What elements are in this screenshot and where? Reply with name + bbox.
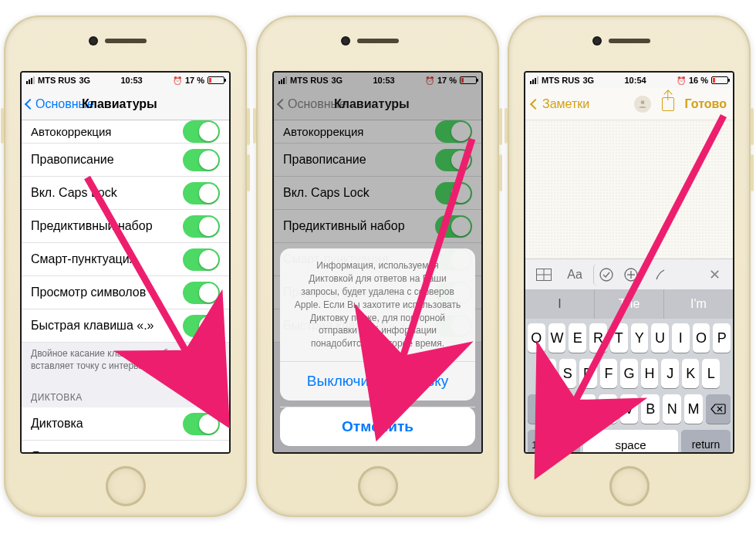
switch-predictive[interactable] — [183, 215, 220, 238]
screen-1: MTS RUS 3G 10:53 ⏰ 17 % Основные Клавиат… — [20, 71, 231, 454]
switch-smartpunct[interactable] — [183, 248, 220, 271]
pred-3[interactable]: I'm — [664, 289, 733, 319]
cell-smartpunct[interactable]: Смарт-пунктуация — [22, 243, 229, 276]
cell-predictive[interactable]: Предиктивный набор — [22, 210, 229, 243]
key-l[interactable]: L — [702, 359, 720, 388]
screen-2: MTS RUS 3G 10:53 ⏰ 17 % Основные Клавиат… — [272, 71, 483, 454]
pred-1[interactable]: I — [525, 289, 595, 319]
phone-3: MTS RUS 3G 10:54 ⏰ 16 % Заметки Готово — [508, 15, 751, 517]
stage: MTS RUS 3G 10:53 ⏰ 17 % Основные Клавиат… — [0, 0, 756, 534]
key-z[interactable]: Z — [555, 394, 574, 424]
key-b[interactable]: B — [641, 394, 660, 424]
predictive-bar: I The I'm — [525, 289, 733, 319]
key-v[interactable]: V — [620, 394, 639, 424]
done-button[interactable]: Готово — [685, 97, 727, 111]
switch-autocorrect[interactable] — [183, 120, 220, 143]
status-bar: MTS RUS 3G 10:54 ⏰ 16 % — [525, 73, 733, 88]
home-button[interactable] — [609, 466, 650, 506]
text-style-button[interactable]: Aa — [561, 264, 589, 286]
key-m[interactable]: M — [684, 394, 703, 424]
clock: 10:53 — [120, 76, 142, 85]
settings-list[interactable]: Автокоррекция Правописание Вкл. Caps Loc… — [22, 120, 229, 452]
draw-icon[interactable] — [648, 264, 676, 286]
cell-capslock[interactable]: Вкл. Caps Lock — [22, 177, 229, 210]
key-t[interactable]: T — [610, 323, 628, 353]
battery-icon — [208, 76, 224, 84]
notes-back-button[interactable]: Заметки — [532, 97, 589, 111]
action-sheet: Информация, используемая Диктовкой для о… — [280, 248, 475, 446]
space-key[interactable]: space — [583, 430, 678, 454]
cell-dictation[interactable]: Диктовка — [22, 407, 229, 441]
cell-autocorrect[interactable]: Автокоррекция — [22, 120, 229, 144]
collaborate-icon[interactable] — [634, 96, 651, 113]
nav-bar: Основные Клавиатуры — [22, 88, 229, 120]
shift-key[interactable] — [528, 394, 552, 424]
share-icon[interactable] — [662, 97, 674, 111]
return-key[interactable]: return — [681, 430, 731, 454]
key-n[interactable]: N — [663, 394, 681, 424]
key-q[interactable]: Q — [528, 323, 545, 353]
phone-1: MTS RUS 3G 10:53 ⏰ 17 % Основные Клавиат… — [4, 15, 247, 517]
network-label: 3G — [79, 76, 91, 85]
back-label: Основные — [35, 97, 94, 111]
section-dictation: ДИКТОВКА — [22, 381, 229, 407]
signal-icon — [530, 76, 538, 84]
key-c[interactable]: C — [599, 394, 617, 424]
kb-row-4: 123 space return — [528, 430, 731, 454]
switch-shortcut[interactable] — [183, 315, 220, 337]
key-j[interactable]: J — [661, 359, 679, 388]
signal-icon — [26, 76, 35, 84]
backspace-key[interactable] — [706, 394, 731, 424]
sheet-message: Информация, используемая Диктовкой для о… — [280, 248, 475, 362]
alarm-icon: ⏰ — [677, 76, 686, 85]
key-r[interactable]: R — [589, 323, 607, 353]
chevron-left-icon — [25, 98, 35, 109]
home-button[interactable] — [106, 466, 146, 506]
table-icon[interactable] — [530, 264, 558, 286]
cell-charpreview[interactable]: Просмотр символов — [22, 276, 229, 309]
key-u[interactable]: U — [651, 323, 669, 353]
cell-dictation-langs[interactable]: Языки диктовки — [22, 441, 229, 452]
switch-dictation[interactable] — [183, 413, 220, 435]
switch-capslock[interactable] — [183, 182, 220, 204]
notes-nav: Заметки Готово — [525, 88, 733, 120]
key-y[interactable]: Y — [631, 323, 649, 353]
key-i[interactable]: I — [672, 323, 690, 353]
key-k[interactable]: K — [682, 359, 700, 388]
numbers-key[interactable]: 123 — [528, 430, 552, 454]
key-o[interactable]: O — [693, 323, 710, 353]
globe-key[interactable] — [555, 430, 580, 454]
key-a[interactable]: A — [538, 359, 556, 388]
chevron-left-icon — [530, 98, 541, 109]
key-d[interactable]: D — [579, 359, 597, 388]
key-h[interactable]: H — [641, 359, 659, 388]
switch-charpreview[interactable] — [183, 282, 220, 304]
cell-shortcut[interactable]: Быстрая клавиша «.» — [22, 309, 229, 343]
sheet-disable-button[interactable]: Выключить Диктовку — [280, 362, 475, 400]
pred-2[interactable]: The — [595, 289, 664, 319]
clock: 10:54 — [624, 76, 646, 85]
key-w[interactable]: W — [548, 323, 566, 353]
kb-row-2: ASDFGHJKL — [528, 359, 731, 388]
key-p[interactable]: P — [713, 323, 731, 353]
battery-percent: 17 % — [185, 76, 204, 85]
sheet-cancel-button[interactable]: Отменить — [280, 407, 475, 446]
key-x[interactable]: X — [577, 394, 596, 424]
kb-row-1: QWERTYUIOP — [528, 323, 731, 353]
back-button[interactable]: Основные — [26, 97, 94, 111]
checklist-icon[interactable] — [593, 264, 614, 286]
key-g[interactable]: G — [620, 359, 638, 388]
switch-spelling[interactable] — [183, 149, 220, 171]
phone-2: MTS RUS 3G 10:53 ⏰ 17 % Основные Клавиат… — [256, 15, 499, 517]
svg-point-2 — [640, 100, 644, 104]
carrier-label: MTS RUS — [38, 76, 76, 85]
screen-3: MTS RUS 3G 10:54 ⏰ 16 % Заметки Готово — [524, 71, 734, 454]
add-icon[interactable] — [617, 264, 645, 286]
key-s[interactable]: S — [559, 359, 577, 388]
close-toolbar-icon[interactable]: ✕ — [700, 264, 728, 286]
svg-point-6 — [600, 269, 613, 281]
key-f[interactable]: F — [600, 359, 618, 388]
cell-spelling[interactable]: Правописание — [22, 144, 229, 177]
home-button[interactable] — [358, 466, 398, 506]
key-e[interactable]: E — [569, 323, 586, 353]
